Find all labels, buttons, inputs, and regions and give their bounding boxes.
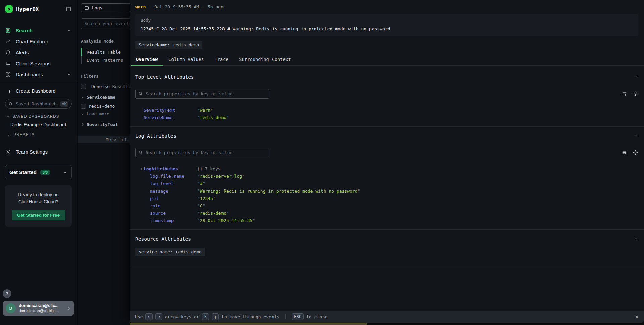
- event-body-box: Body 12345:C 28 Oct 2025 14:55:35.228 # …: [135, 14, 638, 36]
- attribute-value[interactable]: redis-demo: [197, 115, 229, 121]
- user-menu[interactable]: D dominic.tran@clic... dominic.tran@clic…: [3, 301, 74, 316]
- search-results-icon: [5, 28, 11, 33]
- filter-group-severitytext[interactable]: SeverityText: [81, 122, 130, 127]
- filter-option-label: redis-demo: [89, 104, 115, 109]
- attribute-key[interactable]: pid: [150, 196, 197, 202]
- resource-attribute-chip[interactable]: service.name: redis-demo: [135, 248, 205, 256]
- user-name: dominic.tran@clic...: [19, 303, 59, 308]
- attribute-value[interactable]: 28 Oct 2025 14:55:35: [197, 218, 255, 224]
- attribute-key[interactable]: role: [150, 203, 197, 209]
- saved-dashboard-item[interactable]: Redis Example Dashboard: [0, 122, 77, 127]
- denoise-checkbox[interactable]: [81, 84, 86, 89]
- event-search-box[interactable]: [81, 18, 130, 29]
- sidebar-item-dashboards[interactable]: Dashboards: [0, 69, 77, 80]
- k-key[interactable]: k: [202, 313, 209, 320]
- attribute-key[interactable]: timestamp: [150, 218, 197, 224]
- properties-search[interactable]: [135, 148, 269, 157]
- section-title: Log Attributes: [135, 133, 176, 139]
- attribute-row: pid 12345: [150, 196, 638, 202]
- attribute-key[interactable]: message: [150, 188, 197, 194]
- saved-dashboards-search[interactable]: ⌘K: [5, 99, 72, 109]
- event-relative-time: 5h ago: [208, 4, 224, 9]
- more-filters-button[interactable]: More filters: [78, 136, 130, 143]
- attribute-key[interactable]: SeverityText: [144, 107, 197, 113]
- attribute-group-key[interactable]: LogAttributes: [144, 166, 197, 172]
- attribute-value[interactable]: 12345: [197, 196, 216, 202]
- section-resource-attributes: Resource Attributes service.name: redis-…: [130, 230, 644, 268]
- sidebar-item-chart-explorer[interactable]: Chart Explorer: [0, 36, 77, 47]
- esc-key[interactable]: ESC: [292, 313, 304, 320]
- sidebar-item-client-sessions[interactable]: Client Sessions: [0, 58, 77, 69]
- event-timestamp: Oct 28 9:55:35 AM: [154, 4, 199, 9]
- properties-search-input[interactable]: [135, 148, 269, 157]
- attribute-value[interactable]: redis-demo: [197, 210, 229, 216]
- attribute-key[interactable]: log_level: [150, 181, 197, 187]
- mode-event-patterns[interactable]: Event Patterns: [81, 56, 130, 64]
- redis-demo-checkbox[interactable]: [81, 104, 86, 109]
- arrow-right-key[interactable]: →: [155, 313, 162, 320]
- sidebar-item-label: Alerts: [16, 50, 29, 55]
- attribute-key[interactable]: source: [150, 210, 197, 216]
- caret-down-icon[interactable]: ▾: [140, 166, 144, 172]
- wrap-lines-icon[interactable]: [622, 91, 627, 97]
- tab-trace[interactable]: Trace: [209, 53, 234, 65]
- source-selector-button[interactable]: Logs: [81, 3, 130, 12]
- properties-search[interactable]: [135, 89, 269, 99]
- saved-dashboards-input[interactable]: [16, 101, 58, 106]
- section-top-level-attributes: Top Level Attributes SeverityText: [130, 66, 644, 127]
- service-name-tag[interactable]: ServiceName: redis-demo: [135, 41, 202, 49]
- mode-results-table[interactable]: Results Table: [81, 48, 130, 56]
- attribute-value[interactable]: warn: [197, 107, 213, 113]
- sidebar-item-team-settings[interactable]: Team Settings: [0, 146, 77, 157]
- chevron-up-icon[interactable]: [634, 75, 638, 79]
- attribute-key[interactable]: log.file.name: [150, 173, 197, 179]
- filter-group-servicename[interactable]: ServiceName: [81, 95, 130, 100]
- avatar: D: [6, 303, 16, 313]
- section-log-attributes: Log Attributes ▾ LogAt: [130, 127, 644, 230]
- search-filters-panel: Logs Analysis Mode Results Table Event P…: [78, 0, 130, 325]
- help-button[interactable]: ?: [3, 289, 11, 298]
- get-started-free-button[interactable]: Get Started for Free: [12, 210, 65, 220]
- chevron-up-icon[interactable]: [634, 133, 638, 138]
- attribute-value[interactable]: Warning: Redis is running in protected m…: [197, 188, 360, 194]
- chevron-up-icon[interactable]: [634, 237, 638, 241]
- sidebar-item-search[interactable]: Search: [0, 25, 77, 36]
- search-icon: [138, 91, 143, 96]
- drawer-footer: Use ← → arrow keys or k j to move throug…: [130, 311, 644, 323]
- settings-gear-icon[interactable]: [633, 91, 638, 97]
- attribute-value[interactable]: redis-server.log: [197, 173, 245, 179]
- tab-overview[interactable]: Overview: [131, 53, 163, 65]
- plus-icon: [7, 89, 12, 93]
- saved-dashboards-header[interactable]: SAVED DASHBOARDS: [0, 114, 77, 118]
- event-search-input[interactable]: [84, 21, 130, 26]
- chevron-down-icon: [81, 95, 85, 99]
- tab-column-values[interactable]: Column Values: [163, 53, 209, 65]
- sidebar-item-alerts[interactable]: Alerts: [0, 47, 77, 58]
- j-key[interactable]: j: [212, 313, 219, 320]
- filter-group-label: SeverityText: [87, 122, 118, 127]
- wrap-lines-icon[interactable]: [622, 150, 627, 155]
- section-title: Top Level Attributes: [135, 74, 194, 80]
- close-icon[interactable]: ×: [635, 314, 639, 320]
- sidebar-item-label: Team Settings: [16, 149, 48, 155]
- attribute-value[interactable]: C: [197, 203, 205, 209]
- attribute-value[interactable]: #: [197, 181, 205, 187]
- tab-surrounding-context[interactable]: Surrounding Context: [234, 53, 296, 65]
- bell-icon: [5, 50, 11, 55]
- arrow-left-key[interactable]: ←: [145, 313, 152, 320]
- properties-search-input[interactable]: [135, 89, 269, 99]
- collapse-sidebar-icon[interactable]: [66, 6, 71, 12]
- load-more-button[interactable]: Load more: [81, 111, 130, 116]
- attribute-key[interactable]: ServiceName: [144, 115, 197, 121]
- detail-tabs: Overview Column Values Trace Surrounding…: [130, 53, 644, 66]
- saved-dashboards-header-label: SAVED DASHBOARDS: [12, 114, 59, 118]
- presets-header[interactable]: PRESETS: [0, 132, 77, 137]
- create-dashboard-button[interactable]: Create Dashboard: [0, 86, 77, 96]
- settings-gear-icon[interactable]: [633, 150, 638, 155]
- sidebar: HyperDX Search Chart Explorer Alerts Cli: [0, 0, 77, 325]
- denoise-results-filter[interactable]: Denoise Results: [81, 84, 130, 89]
- source-selector-label: Logs: [92, 5, 102, 10]
- get-started-toggle[interactable]: Get Started 3/3: [5, 165, 72, 179]
- filter-option-redis-demo[interactable]: redis-demo: [81, 104, 130, 109]
- app-title: HyperDX: [16, 6, 39, 12]
